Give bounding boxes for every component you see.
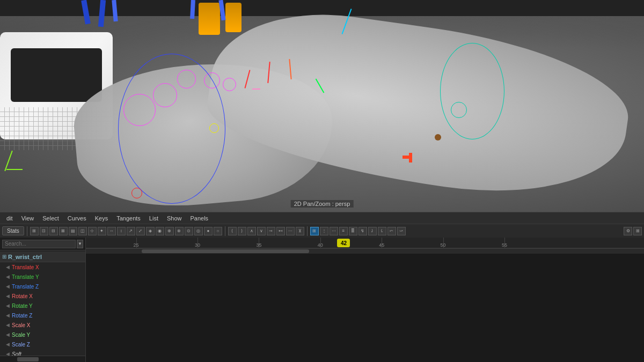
toolbar-btn-32[interactable]: ≣ <box>349 227 357 235</box>
toolbar-btn-19[interactable]: ● <box>204 227 213 235</box>
channel-label-soft: Soft <box>12 351 21 356</box>
toolbar-btn-18[interactable]: ◎ <box>194 227 203 235</box>
tick-50: 50 <box>441 242 446 248</box>
toolbar-btn-25[interactable]: ⊸ <box>267 227 275 235</box>
menu-show[interactable]: Show <box>163 214 186 223</box>
toolbar-btn-24[interactable]: ∨ <box>257 227 266 235</box>
toolbar-grid-btn[interactable]: ⊞ <box>633 227 642 235</box>
channel-label-ry: Rotate Y <box>12 303 33 309</box>
channel-row-translate-x[interactable]: ◀ Translate X <box>0 262 85 272</box>
node-name-label: R_wrist_ctrl <box>8 254 42 260</box>
toolbar-btn-30[interactable]: ⋯ <box>330 227 338 235</box>
menu-curves[interactable]: Curves <box>63 214 91 223</box>
toolbar-btn-14[interactable]: ◉ <box>156 227 164 235</box>
toolbar-sep-1 <box>27 226 27 236</box>
toolbar-btn-8[interactable]: ✦ <box>98 227 106 235</box>
viewport-3d[interactable]: 2D Pan/Zoom : persp <box>0 0 644 212</box>
node-list: ⊞ R_wrist_ctrl ◀ Translate X ◀ Translate… <box>0 250 85 356</box>
menu-view[interactable]: View <box>17 214 39 223</box>
channel-row-rotate-z[interactable]: ◀ Rotate Z <box>0 311 85 320</box>
toolbar-btn-5[interactable]: ▤ <box>69 227 77 235</box>
menu-select[interactable]: Select <box>38 214 63 223</box>
menu-list[interactable]: List <box>145 214 163 223</box>
toolbar-btn-active[interactable]: ⊞ <box>310 227 319 235</box>
ch-arrow-tz: ◀ <box>3 284 12 289</box>
toolbar-btn-31[interactable]: ≡ <box>339 227 348 235</box>
graph-editor: ▼ ⊞ R_wrist_ctrl ◀ Translate X ◀ Transla… <box>0 238 644 362</box>
ch-arrow-ty: ◀ <box>3 274 12 279</box>
toolbar: Stats ⊞ ⊡ ⊟ ⊠ ▤ ◫ ⊹ ✦ ↔ ↕ ↗ ⤢ ◈ ◉ ⊕ ⊗ ⊙ … <box>0 224 644 238</box>
h-scroll-thumb[interactable] <box>142 249 309 253</box>
channel-label-tx: Translate X <box>12 264 39 270</box>
channel-label-ty: Translate Y <box>12 274 39 280</box>
menu-keys[interactable]: Keys <box>91 214 112 223</box>
channel-row-translate-y[interactable]: ◀ Translate Y <box>0 272 85 282</box>
ch-arrow-tx: ◀ <box>3 264 12 270</box>
toolbar-btn-28[interactable]: ⊻ <box>296 227 304 235</box>
h-scrollbar[interactable] <box>86 248 644 254</box>
channel-label-sz: Scale Z <box>12 342 30 348</box>
toolbar-sep-2 <box>225 226 225 236</box>
channel-row-rotate-y[interactable]: ◀ Rotate Y <box>0 301 85 311</box>
stats-button[interactable]: Stats <box>2 226 24 235</box>
toolbar-btn-21[interactable]: ⟨ <box>228 227 237 235</box>
toolbar-btn-26[interactable]: ⊷ <box>276 227 285 235</box>
toolbar-btn-13[interactable]: ◈ <box>146 227 155 235</box>
channel-row-scale-z[interactable]: ◀ Scale Z <box>0 339 85 349</box>
toolbar-btn-9[interactable]: ↔ <box>107 227 116 235</box>
toolbar-btn-20[interactable]: ○ <box>214 227 222 235</box>
toolbar-btn-6[interactable]: ◫ <box>78 227 87 235</box>
toolbar-btn-27[interactable]: ⋯ <box>286 227 295 235</box>
search-dropdown-arrow[interactable]: ▼ <box>77 240 83 248</box>
toolbar-btn-11[interactable]: ↗ <box>127 227 135 235</box>
channel-row-scale-y[interactable]: ◀ Scale Y <box>0 330 85 339</box>
channel-label-sy: Scale Y <box>12 332 30 338</box>
toolbar-btn-16[interactable]: ⊗ <box>175 227 184 235</box>
node-header-r-wrist[interactable]: ⊞ R_wrist_ctrl <box>0 252 85 262</box>
channel-row-translate-z[interactable]: ◀ Translate Z <box>0 282 85 291</box>
toolbar-btn-15[interactable]: ⊕ <box>165 227 174 235</box>
toolbar-btn-3[interactable]: ⊟ <box>49 227 58 235</box>
channel-label-rz: Rotate Z <box>12 313 32 319</box>
ch-arrow-sx: ◀ <box>3 322 12 328</box>
toolbar-btn-10[interactable]: ↕ <box>117 227 126 235</box>
toolbar-settings-btn[interactable]: ⚙ <box>624 227 632 235</box>
rig-circle-magenta-5 <box>223 78 236 91</box>
tick-40: 40 <box>318 242 323 248</box>
rig-dot-brown <box>435 134 441 141</box>
playhead-frame-label: 42 <box>337 239 350 247</box>
ch-arrow-sz: ◀ <box>3 342 12 347</box>
toolbar-btn-keys[interactable]: ⊞ <box>30 227 39 235</box>
toolbar-btn-7[interactable]: ⊹ <box>88 227 97 235</box>
left-scroll-thumb[interactable] <box>17 357 39 361</box>
toolbar-btn-29[interactable]: ⋮ <box>320 227 328 235</box>
channel-row-scale-x[interactable]: ◀ Scale X <box>0 320 85 330</box>
menu-edit[interactable]: dit <box>2 214 17 223</box>
ch-arrow-sy: ◀ <box>3 332 12 337</box>
left-panel-scrollbar[interactable] <box>0 356 85 362</box>
toolbar-btn-36[interactable]: ⤺ <box>387 227 396 235</box>
search-bar: ▼ <box>0 238 85 250</box>
ch-arrow-rz: ◀ <box>3 313 12 318</box>
toolbar-btn-37[interactable]: ⤻ <box>397 227 406 235</box>
toolbar-btn-35[interactable]: ⤹ <box>378 227 386 235</box>
menu-tangents[interactable]: Tangents <box>112 214 145 223</box>
toolbar-btn-22[interactable]: ⟩ <box>238 227 246 235</box>
toolbar-btn-2[interactable]: ⊡ <box>40 227 48 235</box>
toolbar-btn-34[interactable]: ⤸ <box>368 227 377 235</box>
ch-arrow-ry: ◀ <box>3 303 12 308</box>
menu-panels[interactable]: Panels <box>186 214 213 223</box>
toolbar-btn-33[interactable]: ↯ <box>358 227 367 235</box>
tick-25: 25 <box>134 242 139 248</box>
graph-area[interactable]: 25 30 35 40 45 50 55 42 <box>86 238 644 362</box>
channel-row-rotate-x[interactable]: ◀ Rotate X <box>0 291 85 301</box>
toolbar-btn-4[interactable]: ⊠ <box>59 227 68 235</box>
tick-35: 35 <box>256 242 261 248</box>
toolbar-btn-12[interactable]: ⤢ <box>136 227 145 235</box>
toolbar-btn-17[interactable]: ⊙ <box>185 227 193 235</box>
search-input[interactable] <box>2 240 76 248</box>
rig-circle-teal <box>440 43 504 139</box>
toolbar-btn-23[interactable]: ∧ <box>247 227 256 235</box>
channel-row-soft[interactable]: ◀ Soft <box>0 349 85 356</box>
tick-55: 55 <box>502 242 507 248</box>
